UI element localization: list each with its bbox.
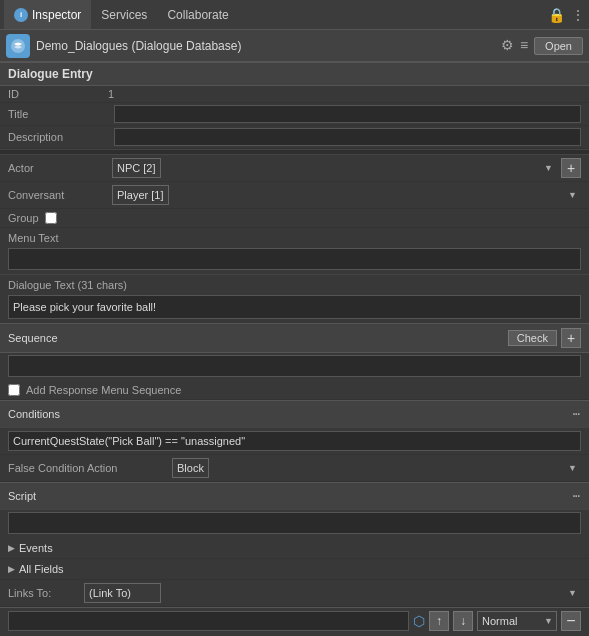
- dialogue-database-icon: [6, 34, 30, 58]
- conversant-label: Conversant: [8, 189, 108, 201]
- description-row: Description: [0, 126, 589, 149]
- sequence-input[interactable]: [8, 355, 581, 377]
- conditions-label: Conditions: [8, 408, 570, 420]
- description-label: Description: [8, 131, 108, 143]
- id-row: ID 1: [0, 86, 589, 103]
- dialogue-text-block: Please pick your favorite ball!: [0, 293, 589, 323]
- actor-dropdown[interactable]: NPC [2]: [112, 158, 161, 178]
- false-condition-dropdown-wrapper: Block Allow ▼: [172, 458, 581, 478]
- menu-text-input[interactable]: [8, 248, 581, 270]
- script-dots-button[interactable]: ···: [570, 487, 581, 505]
- conversant-row: Conversant Player [1] ▼: [0, 182, 589, 209]
- dialogue-text-value[interactable]: Please pick your favorite ball!: [8, 295, 581, 319]
- top-bar: i Inspector Services Collaborate 🔒 ⋮: [0, 0, 589, 30]
- bottom-link-input[interactable]: [8, 611, 409, 631]
- menu-text-block: [0, 246, 589, 274]
- check-button[interactable]: Check: [508, 330, 557, 346]
- condition-value-row: [0, 428, 589, 455]
- actor-label: Actor: [8, 162, 108, 174]
- top-bar-controls: 🔒 ⋮: [548, 7, 585, 23]
- sequence-section-header: Sequence Check +: [0, 323, 589, 353]
- events-label: Events: [19, 542, 53, 554]
- conditions-section-header: Conditions ···: [0, 400, 589, 428]
- tab-collaborate-label: Collaborate: [167, 8, 228, 22]
- script-input-row: [0, 510, 589, 538]
- menu-icon[interactable]: ⋮: [571, 7, 585, 23]
- settings-icon[interactable]: ⚙: [501, 37, 514, 55]
- conversant-dropdown-wrapper: Player [1] ▼: [112, 185, 581, 205]
- tab-services[interactable]: Services: [91, 0, 157, 29]
- links-to-label: Links To:: [8, 587, 78, 599]
- actor-row: Actor NPC [2] ▼ +: [0, 155, 589, 182]
- conversant-dropdown-arrow: ▼: [568, 190, 577, 200]
- links-to-row: Links To: (Link To) End Dialogue ▼: [0, 580, 589, 607]
- normal-dropdown[interactable]: Normal Return Loop: [477, 611, 557, 631]
- all-fields-section[interactable]: ▶ All Fields: [0, 559, 589, 580]
- down-arrow-button[interactable]: ↓: [453, 611, 473, 631]
- actor-dropdown-arrow: ▼: [544, 163, 553, 173]
- bottom-bar: ⬡ ↑ ↓ Normal Return Loop ▼ −: [0, 607, 589, 633]
- description-input[interactable]: [114, 128, 581, 146]
- dialogue-entry-header: Dialogue Entry: [0, 62, 589, 86]
- conditions-dots-button[interactable]: ···: [570, 405, 581, 423]
- actor-plus-button[interactable]: +: [561, 158, 581, 178]
- events-section[interactable]: ▶ Events: [0, 538, 589, 559]
- dialogue-text-label: Dialogue Text (31 chars): [0, 274, 589, 293]
- minus-button[interactable]: −: [561, 611, 581, 631]
- sequence-input-row: [0, 353, 589, 381]
- all-fields-label: All Fields: [19, 563, 64, 575]
- false-condition-row: False Condition Action Block Allow ▼: [0, 455, 589, 482]
- tab-services-label: Services: [101, 8, 147, 22]
- all-fields-triangle: ▶: [8, 564, 15, 574]
- sequence-label: Sequence: [8, 332, 508, 344]
- normal-dropdown-wrapper: Normal Return Loop ▼: [477, 611, 557, 631]
- list-icon[interactable]: ≡: [520, 37, 528, 55]
- menu-text-label: Menu Text: [0, 228, 589, 246]
- group-checkbox[interactable]: [45, 212, 57, 224]
- script-input[interactable]: [8, 512, 581, 534]
- add-response-label: Add Response Menu Sequence: [26, 384, 181, 396]
- add-response-row: Add Response Menu Sequence: [0, 381, 589, 400]
- id-value: 1: [108, 88, 114, 100]
- condition-value-input[interactable]: [8, 431, 581, 451]
- tab-inspector[interactable]: i Inspector: [4, 0, 91, 29]
- actor-dropdown-wrapper: NPC [2] ▼: [112, 158, 557, 178]
- links-to-dropdown[interactable]: (Link To) End Dialogue: [84, 583, 161, 603]
- false-condition-arrow: ▼: [568, 463, 577, 473]
- title-row: Title: [0, 103, 589, 126]
- links-to-dropdown-wrapper: (Link To) End Dialogue ▼: [84, 583, 581, 603]
- link-icon: ⬡: [413, 613, 425, 629]
- main-panel: Dialogue Entry ID 1 Title Description Ac…: [0, 62, 589, 636]
- title-bar-right: ⚙ ≡ Open: [501, 37, 583, 55]
- tab-collaborate[interactable]: Collaborate: [157, 0, 238, 29]
- add-response-checkbox[interactable]: [8, 384, 20, 396]
- id-label: ID: [8, 88, 108, 100]
- false-condition-label: False Condition Action: [8, 462, 168, 474]
- group-row: Group: [0, 209, 589, 228]
- links-to-arrow: ▼: [568, 588, 577, 598]
- sequence-plus-button[interactable]: +: [561, 328, 581, 348]
- lock-icon[interactable]: 🔒: [548, 7, 565, 23]
- script-section-header: Script ···: [0, 482, 589, 510]
- script-label: Script: [8, 490, 570, 502]
- false-condition-dropdown[interactable]: Block Allow: [172, 458, 209, 478]
- title-bar-text: Demo_Dialogues (Dialogue Database): [36, 39, 495, 53]
- tab-inspector-label: Inspector: [32, 8, 81, 22]
- inspector-icon: i: [14, 8, 28, 22]
- title-input[interactable]: [114, 105, 581, 123]
- title-bar: Demo_Dialogues (Dialogue Database) ⚙ ≡ O…: [0, 30, 589, 62]
- up-arrow-button[interactable]: ↑: [429, 611, 449, 631]
- conversant-dropdown[interactable]: Player [1]: [112, 185, 169, 205]
- events-triangle: ▶: [8, 543, 15, 553]
- group-label: Group: [8, 212, 39, 224]
- open-button[interactable]: Open: [534, 37, 583, 55]
- title-label: Title: [8, 108, 108, 120]
